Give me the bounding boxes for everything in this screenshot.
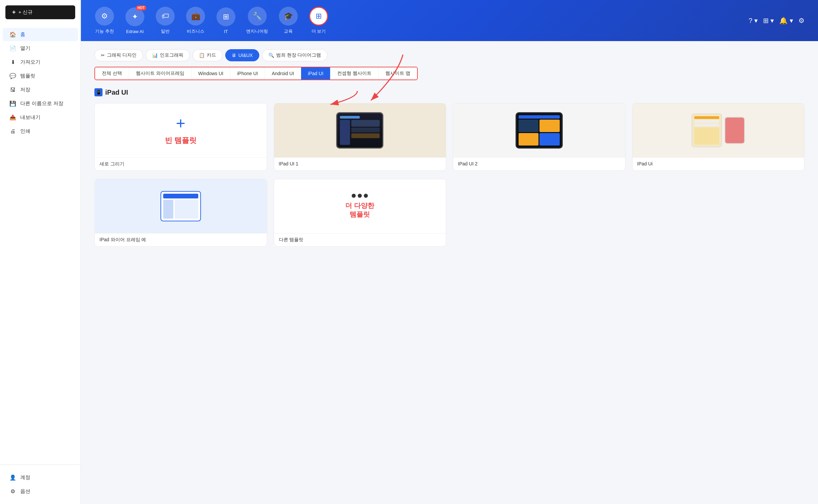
- ipad-ui-row1: [694, 116, 719, 119]
- template-ipad-ui-1[interactable]: IPad UI 1: [274, 103, 446, 171]
- sidebar-item-import-label: 가져오기: [20, 59, 40, 65]
- wireframe-sidebar: [163, 200, 173, 219]
- filter-crime[interactable]: 🔍 범죄 현장 다이어그램: [262, 49, 328, 61]
- edraw-ai-icon-circle: ✦ HOT: [125, 7, 144, 26]
- bell-button[interactable]: 🔔 ▾: [779, 17, 793, 25]
- sidebar-item-print[interactable]: 🖨 인쇄: [3, 125, 78, 138]
- templates-icon: 💬: [9, 73, 16, 79]
- sidebar-item-storage-label: 저장: [20, 87, 30, 93]
- sub-filter-windows-ui[interactable]: Windows UI: [192, 67, 231, 80]
- save-as-icon: 💾: [9, 100, 16, 107]
- screen-row-1c: [351, 133, 380, 138]
- engineering-icon-circle: 🔧: [248, 7, 267, 26]
- ipad-ui-left: [692, 114, 722, 147]
- settings-button[interactable]: ⚙: [798, 17, 805, 25]
- sub-filter-android-ui[interactable]: Android UI: [265, 67, 301, 80]
- category-engineering-label: 엔지니어링: [246, 28, 268, 34]
- template-blank-label: 새로 그리기: [95, 157, 267, 170]
- main-area: ⚙ 기능 추천 ✦ HOT Edraw AI 🏷 일반 💼 비즈니스 ⊞: [81, 0, 818, 504]
- category-edraw-ai[interactable]: ✦ HOT Edraw AI: [125, 7, 145, 34]
- screen-grid-2: [519, 120, 560, 146]
- sidebar-item-open[interactable]: 📄 열기: [3, 42, 78, 55]
- category-general-label: 일반: [161, 28, 170, 34]
- options-icon: ⚙: [9, 488, 16, 495]
- sidebar-item-options[interactable]: ⚙ 옵션: [3, 485, 78, 498]
- card-icon: 📋: [199, 53, 205, 58]
- template-wireframe-label: IPad 와이어 프레임 예: [95, 233, 267, 246]
- ipad-ui-row3: [694, 124, 719, 126]
- sub-filter-concept-website[interactable]: 컨셉형 웹사이트: [330, 67, 379, 80]
- sidebar-item-export-label: 내보내기: [20, 114, 40, 121]
- sidebar-item-templates-label: 템플릿: [20, 73, 35, 79]
- filter-infographic[interactable]: 📊 인포그래픽: [146, 49, 190, 61]
- general-icon-circle: 🏷: [156, 7, 175, 26]
- category-engineering[interactable]: 🔧 엔지니어링: [246, 7, 268, 34]
- template-ipad-ui[interactable]: IPad Ui: [632, 103, 805, 171]
- featured-icon-circle: ⚙: [95, 7, 114, 26]
- sub-filter-ipad-ui[interactable]: iPad UI: [301, 67, 330, 80]
- sidebar-item-templates[interactable]: 💬 템플릿: [3, 69, 78, 83]
- sub-filter-website-wireframe[interactable]: 웹사이트 와이어프레임: [129, 67, 192, 80]
- filter-graphic-design[interactable]: ✂ 그래픽 디자인: [94, 49, 143, 61]
- template-more[interactable]: 더 다양한템플릿 다른 템플릿: [274, 179, 446, 247]
- template-ipad-ui-2-label: IPad UI 2: [453, 157, 625, 170]
- category-more-label: 더 보기: [312, 28, 326, 34]
- sub-filter-website-map[interactable]: 웹사이트 맵: [379, 67, 417, 80]
- category-edraw-ai-label: Edraw AI: [126, 29, 144, 34]
- sidebar-item-account[interactable]: 👤 계정: [3, 471, 78, 484]
- template-more-preview: 더 다양한템플릿: [274, 179, 446, 233]
- template-ipad-wireframe[interactable]: IPad 와이어 프레임 예: [94, 179, 267, 247]
- plus-icon: +: [12, 9, 16, 16]
- category-it[interactable]: ⊞ IT: [216, 7, 236, 34]
- ipad-mockup-1: [336, 112, 383, 149]
- template-grid-row2: IPad 와이어 프레임 예 더 다양한템플릿 다른 템플릿: [94, 179, 805, 247]
- category-more[interactable]: ⊞ 더 보기: [309, 7, 329, 34]
- screen-cell-2d: [539, 133, 560, 146]
- sub-filter-all[interactable]: 전체 선택: [95, 67, 129, 80]
- template-ipad-ui-1-label: IPad UI 1: [274, 157, 446, 170]
- blank-plus-icon: +: [176, 115, 185, 131]
- ipad-mockup-2: [516, 112, 563, 149]
- sidebar-bottom-menu: 👤 계정 ⚙ 옵션: [0, 465, 81, 504]
- template-ipad-ui-preview: [633, 103, 805, 157]
- category-business[interactable]: 💼 비즈니스: [185, 7, 206, 34]
- sidebar-item-import[interactable]: ⬇ 가져오기: [3, 56, 78, 69]
- topbar-actions: ? ▾ ⊞ ▾ 🔔 ▾ ⚙: [749, 17, 805, 25]
- sidebar-item-export[interactable]: 📤 내보내기: [3, 111, 78, 124]
- category-featured[interactable]: ⚙ 기능 추천: [94, 7, 115, 34]
- sidebar: + + 신규 🏠 홈 📄 열기 ⬇ 가져오기 💬 템플릿 🖫 저장 💾 다른 이…: [0, 0, 81, 504]
- template-ipad-ui-1-preview: [274, 103, 446, 157]
- sub-filter-iphone-ui[interactable]: iPhone UI: [230, 67, 265, 80]
- template-ipad-ui-label: IPad Ui: [633, 157, 805, 170]
- apps-button[interactable]: ⊞ ▾: [763, 17, 774, 25]
- export-icon: 📤: [9, 114, 16, 121]
- sidebar-menu: 🏠 홈 📄 열기 ⬇ 가져오기 💬 템플릿 🖫 저장 💾 다른 이름으로 저장 …: [0, 25, 81, 465]
- sidebar-item-home[interactable]: 🏠 홈: [3, 28, 78, 41]
- template-blank[interactable]: + 빈 템플릿 새로 그리기: [94, 103, 267, 171]
- section-title: 📱 iPad UI: [94, 88, 805, 96]
- filter-card[interactable]: 📋 카드: [193, 49, 223, 61]
- account-icon: 👤: [9, 474, 16, 481]
- screen-header-2: [519, 115, 560, 119]
- category-general[interactable]: 🏷 일반: [155, 7, 175, 34]
- category-list: ⚙ 기능 추천 ✦ HOT Edraw AI 🏷 일반 💼 비즈니스 ⊞: [94, 7, 329, 34]
- screen-cell-2c: [519, 133, 539, 146]
- ipad-section-icon: 📱: [94, 88, 103, 96]
- ipad-screen-1: [337, 113, 382, 148]
- sidebar-item-storage[interactable]: 🖫 저장: [3, 83, 78, 96]
- more-icon-circle: ⊞: [309, 7, 328, 26]
- template-ipad-ui-2[interactable]: IPad UI 2: [453, 103, 625, 171]
- blank-text: 빈 템플릿: [165, 135, 197, 146]
- help-button[interactable]: ? ▾: [749, 17, 758, 25]
- wireframe-ipad-mockup: [160, 191, 201, 221]
- sidebar-item-save-as[interactable]: 💾 다른 이름으로 저장: [3, 97, 78, 110]
- template-wireframe-preview: [95, 179, 267, 233]
- filter-uiux[interactable]: 🖥 UI&UX: [225, 49, 259, 61]
- more-dots-container: [352, 194, 368, 198]
- wireframe-content-area: [175, 200, 198, 219]
- more-dot-3: [364, 194, 368, 198]
- category-education[interactable]: 🎓 교육: [278, 7, 298, 34]
- new-button[interactable]: + + 신규: [5, 5, 75, 19]
- template-grid-row1: + 빈 템플릿 새로 그리기: [94, 103, 805, 171]
- screen-main-1: [351, 120, 380, 145]
